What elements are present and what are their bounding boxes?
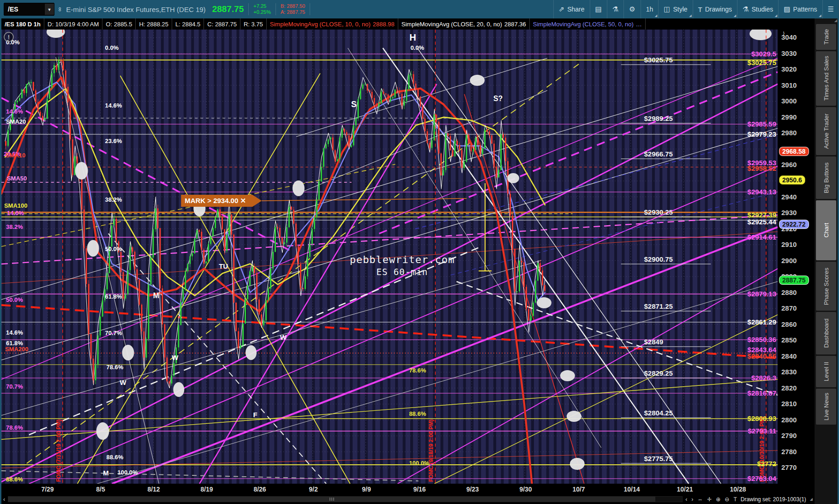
- panel-resize-icon[interactable]: ◢: [834, 18, 837, 23]
- fib-label: 70.7%: [105, 330, 122, 336]
- plot-row: FOMC (7/31/19 2:00 PM)FOMC (9/18/19 2:00…: [1, 30, 815, 484]
- level-label: $2925.44: [748, 218, 777, 226]
- pan-mode-icon[interactable]: ✛: [707, 496, 712, 503]
- time-axis[interactable]: 7/298/58/128/198/269/29/99/169/239/3010/…: [1, 484, 815, 496]
- drawing-set-caret-icon[interactable]: ◢: [810, 497, 813, 501]
- fomc-label: FOMC (9/18/19 2:00 PM): [428, 420, 434, 482]
- fib-label: 70.7%: [6, 383, 23, 390]
- mark-callout-text: MARK > 2934.00 ✕: [185, 197, 246, 204]
- price-tick: 2930: [781, 209, 797, 216]
- change-value: +7.25: [253, 3, 271, 9]
- sidebar-tab-chart[interactable]: Chart: [816, 200, 836, 260]
- zoom-out-icon[interactable]: ⊖: [725, 496, 729, 503]
- studies-button[interactable]: ⚗Studies◢: [737, 0, 778, 18]
- chart-plot-area[interactable]: FOMC (7/31/19 2:00 PM)FOMC (9/18/19 2:00…: [1, 30, 778, 484]
- drawings-button[interactable]: TDrawings◢: [693, 0, 737, 18]
- wave-letter: F: [253, 411, 257, 419]
- sidebar-tab-active-trader[interactable]: Active Trader: [816, 107, 836, 155]
- level-label: $2800.93: [748, 414, 776, 422]
- price-tick: 2910: [781, 240, 797, 248]
- sidebar-tab-dashboard[interactable]: Dashboard: [816, 312, 836, 354]
- header-segment-value: …: [636, 21, 642, 28]
- zoom-in-icon[interactable]: ⊕: [716, 496, 720, 503]
- scroll-left-icon[interactable]: ‹: [3, 496, 5, 503]
- sidebar-tab-label: Phase Scores: [823, 268, 830, 305]
- header-segment-3: H: 2888.25: [136, 18, 172, 30]
- ask-value: A: 2887.75: [281, 9, 305, 15]
- news-button[interactable]: ▤: [590, 0, 607, 18]
- style-button[interactable]: ◫Style◢: [658, 0, 692, 18]
- time-tick: 10/28: [730, 486, 746, 493]
- quick-study-button[interactable]: ⚗: [607, 0, 623, 18]
- symbol-dropdown-caret-icon[interactable]: ▾: [44, 4, 54, 15]
- symbol-text: /ES: [8, 6, 18, 13]
- chart-svg: FOMC (7/31/19 2:00 PM)FOMC (9/18/19 2:00…: [1, 30, 778, 484]
- wave-letter: TU: [219, 262, 228, 270]
- highlight-oval: [122, 345, 134, 360]
- menu-button[interactable]: ☰: [822, 0, 839, 18]
- sidebar-tab-label: Chart: [823, 223, 830, 238]
- sidebar-tab-live-news[interactable]: Live News: [816, 389, 836, 425]
- sidebar-tab-times-and-sales[interactable]: Times And Sales: [816, 51, 836, 106]
- sidebar-tab-big-buttons[interactable]: Big Buttons: [816, 156, 836, 199]
- expand-icon[interactable]: ⇔: [697, 496, 703, 503]
- time-tick: 10/21: [677, 486, 693, 493]
- settings-button[interactable]: ⚙: [623, 0, 640, 18]
- pan-right-icon[interactable]: ›: [691, 496, 693, 503]
- fib-label: SMA10: [6, 152, 25, 159]
- target-label: $2829.25: [644, 369, 673, 377]
- price-tick: 2810: [781, 400, 797, 408]
- interval-button[interactable]: 1h◢: [641, 0, 659, 18]
- chart-scrollbar[interactable]: [8, 496, 683, 502]
- level-label: $2985.59: [748, 120, 776, 128]
- scrollbar-grip[interactable]: [330, 498, 334, 501]
- sidebar-tab-trade[interactable]: Trade: [816, 24, 836, 50]
- price-bubble: 2887.75: [779, 276, 809, 285]
- fib-label: 23.6%: [105, 138, 122, 144]
- status-icons: ‹›⇔✛⊕⊖T: [685, 496, 737, 503]
- fib-label: 88.6%: [107, 454, 124, 461]
- fib-label: 88.6%: [6, 476, 23, 483]
- text-note-icon[interactable]: T: [733, 496, 737, 503]
- fib-label: SMA200: [5, 346, 28, 353]
- sidebar-tab-label: Dashboard: [823, 318, 830, 348]
- level-label: $2793.11: [748, 427, 776, 435]
- sidebar-tab-label: Active Trader: [823, 114, 830, 149]
- link-icon[interactable]: ∞: [57, 7, 64, 11]
- target-label: $2966.75: [644, 150, 673, 158]
- share-button[interactable]: ⇗Share: [553, 0, 590, 18]
- scrollbar-thumb[interactable]: [8, 497, 655, 502]
- price-axis[interactable]: ⌇ 30403030302030103000299029802970296029…: [778, 30, 815, 484]
- header-segment-text: H: 2888.25: [139, 21, 168, 28]
- target-label: $2989.25: [644, 114, 673, 122]
- wave-letter: S: [351, 100, 357, 109]
- thinkorswim-window: /ES ▾ ∞ E-mini S&P 500 Index Futures,ETH…: [0, 0, 839, 504]
- price-tick: 2960: [781, 161, 797, 168]
- highlight-oval: [173, 382, 184, 397]
- style-button-caret-icon: ◢: [689, 14, 691, 18]
- price-tick: 3040: [781, 33, 797, 41]
- price-tick: 2770: [781, 463, 797, 471]
- highlight-oval: [96, 422, 109, 440]
- symbol-input[interactable]: /ES ▾: [4, 3, 54, 16]
- drawing-set-label[interactable]: Drawing set: 2019-1003(1): [741, 496, 806, 503]
- pan-left-icon[interactable]: ‹: [685, 496, 687, 503]
- interval-button-caret-icon: ◢: [655, 14, 657, 18]
- level-label: $2763.04: [748, 474, 777, 482]
- sidebar-tab-level-ii[interactable]: Level II: [816, 356, 836, 387]
- header-segment-1: D: 10/3/19 4:00 AM: [44, 18, 102, 30]
- time-tick: 8/26: [253, 486, 266, 493]
- price-tick: 2840: [781, 352, 797, 360]
- highlight-oval: [560, 370, 575, 381]
- patterns-button[interactable]: ▨Patterns◢: [778, 0, 822, 18]
- wave-letter: M: [103, 469, 108, 477]
- patterns-button-icon: ▨: [784, 5, 790, 13]
- price-tick: 2790: [781, 432, 797, 439]
- last-price: 2887.75: [212, 4, 244, 14]
- time-tick: 9/9: [362, 486, 371, 493]
- settings-button-icon: ⚙: [629, 5, 635, 13]
- sidebar-tab-phase-scores[interactable]: Phase Scores: [816, 262, 836, 311]
- price-tick: 3030: [781, 49, 797, 57]
- header-segment-text: SimpleMovingAvg (CLOSE, 50, 0, no): [533, 21, 634, 28]
- watermark-line2: ES 60-min: [377, 267, 428, 277]
